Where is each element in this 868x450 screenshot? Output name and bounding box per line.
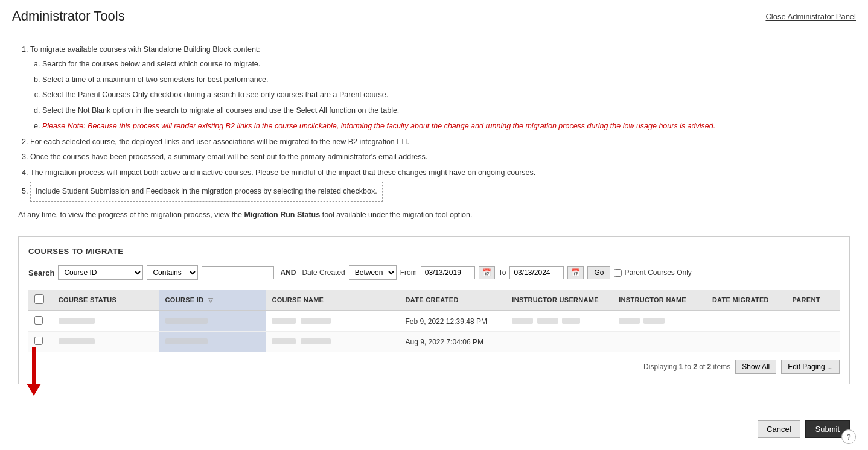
arrow-head [27, 384, 41, 396]
step1c: Select the Parent Courses Only checkbox … [42, 88, 850, 103]
from-date-input[interactable] [421, 266, 475, 279]
bottom-buttons: Cancel Submit [18, 420, 850, 450]
page-title: Administrator Tools [12, 8, 125, 24]
search-label: Search [28, 268, 54, 277]
migration-run-status-link: Migration Run Status [244, 211, 320, 219]
row1-iname-bar1 [619, 318, 640, 324]
row1-iuser-bar2 [537, 318, 558, 324]
from-calendar-button[interactable]: 📅 [479, 266, 495, 279]
courses-section: COURSES TO MIGRATE Search Course ID Cour… [18, 236, 850, 384]
th-course-status: COURSE STATUS [53, 290, 159, 311]
date-created-label: Date Created [302, 268, 345, 277]
go-button[interactable]: Go [587, 266, 610, 279]
row1-courseid-bar [165, 318, 208, 324]
close-panel-link[interactable]: Close Administrator Panel [765, 12, 856, 21]
arrow-shaft [32, 347, 36, 384]
from-label: From [400, 268, 417, 277]
row2-name-bar2 [301, 338, 331, 344]
row1-iuser-bar1 [512, 318, 533, 324]
row1-name-bar1 [272, 318, 296, 324]
th-select-all [28, 290, 53, 311]
pagination-text: Displaying 1 to 2 of 2 items [643, 363, 730, 371]
step1d: Select the Not Blank option in the searc… [42, 104, 850, 118]
help-icon[interactable]: ? [841, 429, 856, 444]
red-arrow-indicator [27, 347, 41, 396]
row1-iname-bar2 [643, 318, 665, 324]
row2-instructor-name [613, 332, 706, 352]
th-course-id[interactable]: COURSE ID ▽ [159, 290, 266, 311]
cancel-button[interactable]: Cancel [758, 420, 800, 438]
row1-checkbox-cell [28, 311, 53, 332]
parent-courses-label[interactable]: Parent Courses Only [614, 268, 691, 277]
row2-course-name [266, 332, 399, 352]
row2-courseid-bar [165, 338, 208, 344]
edit-paging-button[interactable]: Edit Paging ... [781, 360, 840, 374]
row1-instructor-name [613, 311, 706, 332]
th-date-migrated: DATE MIGRATED [706, 290, 787, 311]
row1-date-migrated [706, 311, 787, 332]
table-row: Aug 9, 2022 7:04:06 PM [28, 332, 840, 352]
table-row: Feb 9, 2022 12:39:48 PM [28, 311, 840, 332]
instructions: To migrate available courses with Standa… [18, 43, 850, 222]
migration-note: At any time, to view the progress of the… [18, 208, 850, 223]
show-all-button[interactable]: Show All [735, 360, 776, 374]
search-row: Search Course ID Course Name Instructor … [28, 265, 840, 280]
th-course-name: COURSE NAME [266, 290, 399, 311]
row2-status [53, 332, 159, 352]
row2-checkbox[interactable] [34, 337, 43, 345]
main-content: To migrate available courses with Standa… [0, 33, 868, 450]
and-label: AND [280, 268, 296, 277]
step1e: Please Note: Because this process will r… [42, 119, 850, 134]
search-value-input[interactable] [202, 266, 274, 279]
row2-name-bar1 [272, 338, 296, 344]
row2-course-id [159, 332, 266, 352]
to-label: To [499, 268, 506, 277]
select-all-checkbox[interactable] [34, 294, 44, 304]
sort-icon: ▽ [208, 297, 213, 303]
pagination-row: Displaying 1 to 2 of 2 items Show All Ed… [28, 360, 840, 374]
step1a: Search for the courses below and select … [42, 57, 850, 72]
row1-course-id [159, 311, 266, 332]
th-parent: PARENT [787, 290, 840, 311]
to-calendar-button[interactable]: 📅 [567, 266, 584, 279]
row2-date-migrated [706, 332, 787, 352]
courses-section-title: COURSES TO MIGRATE [28, 247, 840, 256]
courses-table: COURSE STATUS COURSE ID ▽ COURSE NAME DA… [28, 290, 840, 352]
th-instructor-name: INSTRUCTOR NAME [613, 290, 706, 311]
step5: Include Student Submission and Feedback … [30, 182, 850, 202]
row1-iuser-bar3 [562, 318, 580, 324]
row1-status [53, 311, 159, 332]
search-field-select[interactable]: Course ID Course Name Instructor Usernam… [58, 265, 143, 280]
header: Administrator Tools Close Administrator … [0, 0, 868, 33]
row2-date-created: Aug 9, 2022 7:04:06 PM [399, 332, 506, 352]
row1-parent [787, 311, 840, 332]
row2-parent [787, 332, 840, 352]
row1-checkbox[interactable] [34, 316, 43, 325]
step1: To migrate available courses with Standa… [30, 43, 850, 134]
row1-status-bar [59, 318, 95, 324]
row1-course-name [266, 311, 399, 332]
row1-date-created: Feb 9, 2022 12:39:48 PM [399, 311, 506, 332]
th-instructor-username: INSTRUCTOR USERNAME [506, 290, 613, 311]
row1-instructor-username [506, 311, 613, 332]
row2-instructor-username [506, 332, 613, 352]
step2: For each selected course, the deployed l… [30, 135, 850, 150]
row2-status-bar [59, 338, 95, 344]
step3: Once the courses have been processed, a … [30, 150, 850, 165]
to-date-input[interactable] [509, 266, 564, 279]
row1-name-bar2 [301, 318, 331, 324]
between-select[interactable]: Between After Before [349, 265, 397, 280]
th-date-created: DATE CREATED [399, 290, 506, 311]
step4: The migration process will impact both a… [30, 166, 850, 180]
search-condition-select[interactable]: Contains Equal To Not Blank [147, 265, 198, 280]
step1b: Select a time of a maximum of two semest… [42, 73, 850, 87]
parent-courses-checkbox[interactable] [614, 269, 622, 277]
